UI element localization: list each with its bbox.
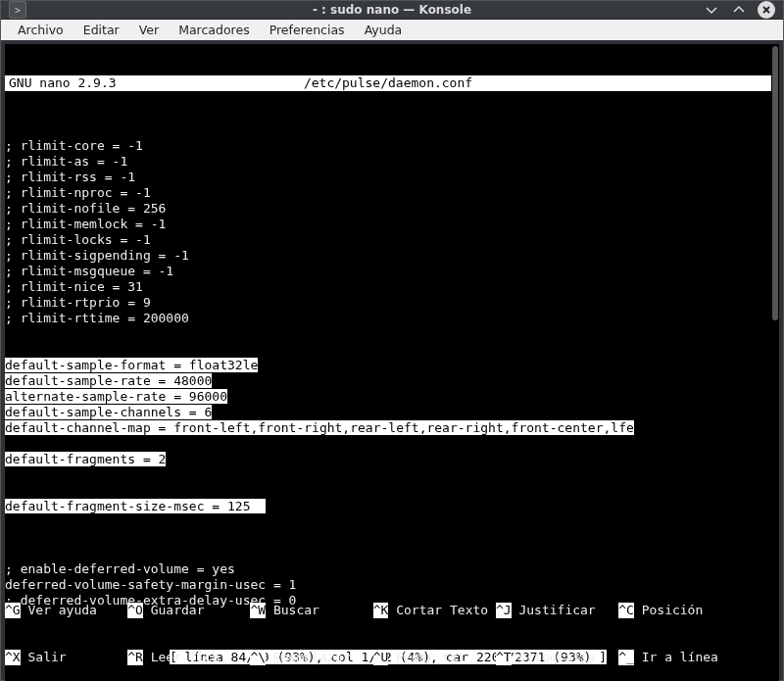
terminal[interactable]: GNU nano 2.9.3 /etc/pulse/daemon.conf ; … [5,44,771,681]
shortcut: ^_ Ir a línea [618,650,741,665]
shortcut-key: ^U [373,650,389,665]
shortcut-key: ^O [127,603,143,618]
menu-ayuda[interactable]: Ayuda [356,20,412,40]
shortcut-desc: Guardar [143,603,251,618]
window-title: - : sudo nano — Konsole [0,3,784,17]
shortcut-desc: Buscar [266,603,373,618]
shortcut-desc: Justificar [512,603,619,618]
menu-marcadores[interactable]: Marcadores [170,20,259,40]
menubar: Archivo Editar Ver Marcadores Preferenci… [1,20,783,40]
shortcut-desc: Posición [634,603,742,618]
nano-shortcut-bar: ^G Ver ayuda ^O Guardar ^W Buscar ^K Cor… [5,571,771,681]
shortcut: ^G Ver ayuda [5,603,127,618]
editor-cursor-line: default-fragment-size-msec = 125 [5,499,771,514]
shortcut-key: ^J [496,603,512,618]
nano-header: GNU nano 2.9.3 /etc/pulse/daemon.conf [5,75,771,91]
shortcut-key: ^X [5,650,21,665]
close-button[interactable] [758,1,775,19]
terminal-scrollbar[interactable] [771,44,779,681]
shortcut-key: ^K [373,603,389,618]
titlebar[interactable]: > - : sudo nano — Konsole [1,1,783,20]
shortcut-desc: Salir [21,650,128,665]
nano-app-name: GNU nano 2.9.3 [5,75,117,91]
shortcut: ^O Guardar [127,603,250,618]
menu-preferencias[interactable]: Preferencias [261,20,354,40]
shortcut: ^X Salir [5,650,127,665]
nano-file-path: /etc/pulse/daemon.conf [5,75,771,91]
shortcut-desc: Pegar txt [388,650,496,665]
shortcut-desc: Cortar Texto [388,603,496,618]
menu-editar[interactable]: Editar [74,20,128,40]
menu-ver[interactable]: Ver [130,20,168,40]
shortcut: ^J Justificar [496,603,618,618]
terminal-area: GNU nano 2.9.3 /etc/pulse/daemon.conf ; … [5,44,779,681]
shortcut-key: ^W [250,603,266,618]
scrollbar-thumb[interactable] [772,46,778,320]
editor-content-selected: default-sample-format = float32le defaul… [5,358,771,467]
shortcut-key: ^T [496,650,512,665]
konsole-window: > - : sudo nano — Konsole Archivo Editar… [0,0,784,681]
maximize-button[interactable] [730,1,748,19]
shortcut-desc: Ver ayuda [21,603,128,618]
shortcut-desc: Ir a línea [634,650,742,665]
shortcut-desc: Reemplazar [266,650,373,665]
shortcut-desc: Ortografía [512,650,619,665]
menu-archivo[interactable]: Archivo [9,20,73,40]
shortcut: ^U Pegar txt [373,650,496,665]
editor-content-top: ; rlimit-core = -1 ; rlimit-as = -1 ; rl… [5,122,771,326]
shortcut-key: ^C [618,603,634,618]
shortcut-key: ^R [127,650,143,665]
shortcut: ^\ Reemplazar [250,650,372,665]
shortcut: ^W Buscar [250,603,372,618]
shortcut: ^T Ortografía [496,650,618,665]
shortcut: ^K Cortar Texto [373,603,496,618]
shortcut-key: ^G [5,603,21,618]
shortcut-key: ^_ [618,650,634,665]
minimize-button[interactable] [703,1,720,19]
shortcut-key: ^\ [250,650,266,665]
shortcut: ^C Posición [618,603,741,618]
shortcut-desc: Leer fich. [143,650,251,665]
app-icon: > [9,1,26,19]
shortcut: ^R Leer fich. [127,650,250,665]
